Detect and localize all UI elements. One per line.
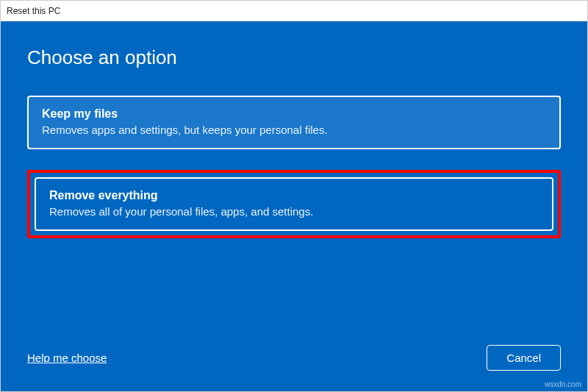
- help-me-choose-link[interactable]: Help me choose: [27, 352, 107, 364]
- option-keep-my-files[interactable]: Keep my files Removes apps and settings,…: [27, 96, 561, 149]
- reset-pc-window: Reset this PC Choose an option Keep my f…: [0, 0, 588, 392]
- option-remove-title: Remove everything: [49, 189, 539, 202]
- page-heading: Choose an option: [27, 46, 561, 69]
- option-keep-desc: Removes apps and settings, but keeps you…: [42, 124, 546, 136]
- option-keep-title: Keep my files: [42, 107, 546, 121]
- option-remove-everything[interactable]: Remove everything Removes all of your pe…: [35, 177, 553, 231]
- option-remove-desc: Removes all of your personal files, apps…: [49, 205, 539, 218]
- footer: Help me choose Cancel: [27, 330, 561, 371]
- highlight-annotation: Remove everything Removes all of your pe…: [27, 170, 561, 238]
- titlebar: Reset this PC: [1, 1, 587, 21]
- watermark: wsxdn.com: [545, 380, 581, 388]
- content-panel: Choose an option Keep my files Removes a…: [1, 21, 587, 391]
- window-title: Reset this PC: [7, 6, 60, 16]
- cancel-button[interactable]: Cancel: [487, 345, 561, 371]
